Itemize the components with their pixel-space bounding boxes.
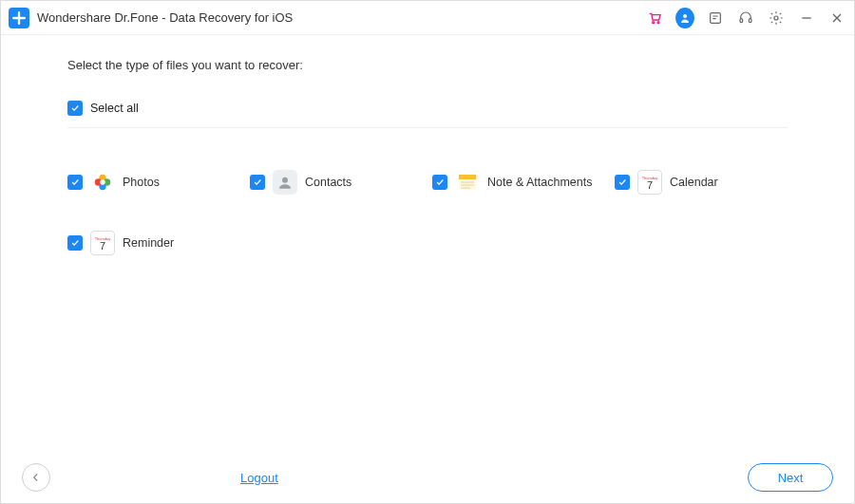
label-calendar: Calendar [670, 176, 718, 189]
svg-rect-4 [740, 18, 743, 22]
app-title: Wondershare Dr.Fone - Data Recovery for … [37, 10, 645, 25]
checkbox-calendar[interactable] [615, 175, 630, 190]
label-photos: Photos [123, 176, 160, 189]
app-window: Wondershare Dr.Fone - Data Recovery for … [0, 0, 855, 504]
checkbox-contacts[interactable] [250, 175, 265, 190]
svg-point-12 [282, 177, 288, 183]
label-contacts: Contacts [305, 176, 352, 189]
minimize-icon[interactable] [797, 9, 816, 28]
label-reminder: Reminder [123, 236, 174, 250]
svg-rect-13 [459, 175, 476, 179]
item-notes: Note & Attachments [432, 170, 605, 195]
checkbox-notes[interactable] [432, 175, 447, 190]
close-icon[interactable] [827, 9, 846, 28]
select-all-row: Select all [67, 101, 788, 128]
back-button[interactable] [22, 463, 50, 492]
feedback-icon[interactable] [706, 9, 725, 28]
contacts-icon [273, 170, 297, 195]
item-calendar: Thursday 7 Calendar [615, 170, 788, 195]
label-notes: Note & Attachments [487, 176, 592, 189]
prompt-text: Select the type of files you want to rec… [67, 58, 788, 72]
user-circle-icon [675, 8, 694, 28]
settings-icon[interactable] [767, 9, 786, 28]
user-icon[interactable] [675, 9, 694, 28]
logout-link[interactable]: Logout [240, 471, 278, 485]
svg-point-2 [683, 14, 687, 18]
reminder-icon: Thursday 7 [90, 231, 115, 255]
photos-icon [90, 170, 115, 195]
app-logo-icon [9, 8, 29, 28]
svg-point-11 [100, 179, 105, 185]
svg-point-6 [774, 16, 778, 20]
support-icon[interactable] [736, 9, 755, 28]
notes-icon [455, 170, 480, 195]
svg-rect-5 [749, 18, 751, 22]
svg-point-1 [657, 21, 659, 23]
titlebar-actions [645, 9, 846, 28]
calendar-icon: Thursday 7 [637, 170, 662, 195]
reminder-day: 7 [100, 241, 105, 252]
checkbox-reminder[interactable] [67, 235, 83, 251]
item-contacts: Contacts [250, 170, 423, 195]
select-all-label: Select all [90, 102, 139, 115]
content-area: Select the type of files you want to rec… [1, 35, 854, 452]
file-type-grid: Photos Contacts Note & Attac [67, 170, 788, 255]
footer: Logout Next [1, 452, 854, 503]
item-photos: Photos [67, 170, 240, 195]
item-reminder: Thursday 7 Reminder [67, 231, 240, 255]
titlebar: Wondershare Dr.Fone - Data Recovery for … [1, 1, 854, 35]
cart-icon[interactable] [645, 9, 664, 28]
svg-point-0 [653, 21, 655, 23]
next-button[interactable]: Next [748, 463, 833, 492]
calendar-day: 7 [647, 180, 653, 191]
select-all-checkbox[interactable] [67, 101, 83, 116]
svg-rect-3 [711, 12, 721, 23]
checkbox-photos[interactable] [67, 175, 83, 190]
